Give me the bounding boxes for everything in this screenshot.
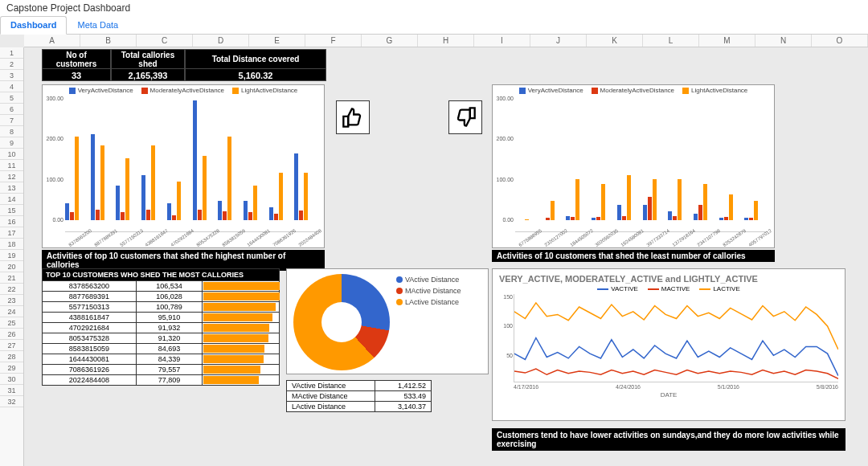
table-row[interactable]: 805347532891,320: [43, 333, 280, 344]
cell-label: MActive Distance: [287, 391, 375, 402]
col-header[interactable]: D: [193, 35, 249, 47]
x-tick-label: 4702921684: [170, 228, 195, 247]
row-header[interactable]: 27: [0, 340, 23, 351]
row-header[interactable]: 13: [0, 182, 23, 194]
bar: [525, 219, 529, 220]
x-tick-label: 8877689391: [93, 228, 118, 247]
row-header[interactable]: 31: [0, 385, 23, 396]
table-row[interactable]: 858381505984,693: [43, 344, 280, 354]
row-header[interactable]: 17: [0, 227, 23, 239]
chart-line-activity[interactable]: VERY_ACTIVE, MODERATELY_ACTIVE and LIGHT…: [492, 268, 845, 421]
table-row[interactable]: 164443008184,339: [43, 354, 280, 365]
row-header[interactable]: 5: [0, 92, 23, 104]
row-header[interactable]: 6: [0, 104, 23, 115]
sheet-canvas[interactable]: No of customers33Total callories shed2,1…: [24, 47, 868, 466]
col-header[interactable]: C: [137, 35, 193, 47]
kpi-row: No of customers33Total callories shed2,1…: [42, 49, 326, 81]
table-row[interactable]: 438816184795,910: [43, 313, 280, 323]
line-x-labels: 4/17/20164/24/20165/1/20165/8/2016: [514, 384, 838, 390]
cell-id: 8378563200: [43, 281, 137, 292]
cell-id: 4388161847: [43, 313, 137, 323]
row-header[interactable]: 11: [0, 160, 23, 171]
bar: [698, 205, 702, 220]
row-header[interactable]: 25: [0, 317, 23, 329]
chart-donut[interactable]: VActive DistanceMActive DistanceLActive …: [286, 268, 489, 374]
col-header[interactable]: A: [24, 35, 80, 47]
row-header[interactable]: 29: [0, 362, 23, 374]
kpi-value: 33: [43, 69, 110, 80]
col-header[interactable]: O: [812, 35, 868, 47]
col-header[interactable]: G: [362, 35, 418, 47]
row-header[interactable]: 23: [0, 295, 23, 306]
row-header[interactable]: 20: [0, 261, 23, 272]
legend-item: LACTIVE: [699, 285, 739, 292]
row-header[interactable]: 15: [0, 205, 23, 216]
bar: [575, 179, 579, 220]
col-header[interactable]: I: [474, 35, 530, 47]
row-header[interactable]: 30: [0, 374, 23, 385]
bar: [198, 210, 202, 220]
kpi-label: Total Distance covered: [186, 50, 326, 69]
table-row[interactable]: 8877689391106,028: [43, 292, 280, 302]
line-x-axis-label: DATE: [499, 391, 838, 399]
table-top10[interactable]: TOP 10 CUSTOMERS WHO SHED THE MOST CALLO…: [42, 268, 280, 386]
bar-group: 8877689391: [91, 134, 114, 220]
row-header[interactable]: 12: [0, 171, 23, 182]
bar: [648, 197, 652, 220]
kpi-label: No of customers: [43, 50, 110, 69]
table-row[interactable]: 708636192679,557: [43, 365, 280, 375]
row-header[interactable]: 26: [0, 329, 23, 340]
row-header[interactable]: 19: [0, 250, 23, 261]
row-header[interactable]: 10: [0, 149, 23, 160]
table-row[interactable]: 202248440877,809: [43, 375, 280, 386]
col-header[interactable]: M: [699, 35, 755, 47]
table-row[interactable]: 470292168491,932: [43, 323, 280, 333]
row-header[interactable]: 7: [0, 115, 23, 126]
col-header[interactable]: B: [80, 35, 137, 47]
row-header[interactable]: 16: [0, 216, 23, 227]
legend-item: VeryActiveDistance: [519, 87, 583, 94]
col-header[interactable]: F: [305, 35, 362, 47]
row-header[interactable]: 32: [0, 396, 23, 407]
bar-group: 7086361926: [269, 173, 293, 220]
row-header[interactable]: 18: [0, 239, 23, 250]
kpi-value: 2,165,393: [112, 69, 184, 80]
table-row[interactable]: 5577150313100,789: [43, 302, 280, 313]
cell-bar: [203, 281, 280, 292]
bar: [643, 205, 647, 220]
row-header[interactable]: 14: [0, 194, 23, 205]
col-header[interactable]: N: [755, 35, 812, 47]
row-header[interactable]: 4: [0, 81, 23, 92]
col-header[interactable]: E: [249, 35, 305, 47]
row-header[interactable]: 9: [0, 137, 23, 149]
bar-group: 8583815059: [218, 137, 241, 220]
row-header[interactable]: 22: [0, 284, 23, 295]
bar: [75, 137, 79, 220]
chart-top10-bars[interactable]: VeryActiveDistanceModeratelyActiveDistan…: [42, 84, 325, 248]
col-header[interactable]: J: [530, 35, 587, 47]
tab-meta-data[interactable]: Meta Data: [67, 16, 129, 34]
line-series: [514, 303, 838, 350]
col-header[interactable]: H: [418, 35, 474, 47]
row-header[interactable]: 21: [0, 272, 23, 284]
bar: [203, 156, 207, 220]
chart-legend: VeryActiveDistanceModeratelyActiveDistan…: [493, 85, 774, 96]
x-tick-label: 8053475328: [195, 228, 220, 247]
row-header[interactable]: 28: [0, 351, 23, 362]
bar: [70, 212, 74, 220]
row-header[interactable]: 24: [0, 306, 23, 317]
legend-item: LightActiveDistance: [682, 87, 747, 94]
col-header[interactable]: L: [643, 35, 699, 47]
row-header[interactable]: 3: [0, 70, 23, 81]
chart-least10-bars[interactable]: VeryActiveDistanceModeratelyActiveDistan…: [492, 84, 775, 248]
cell-cals: 84,693: [136, 344, 202, 354]
row-header[interactable]: 8: [0, 126, 23, 137]
bar-group: 1644430081: [244, 186, 267, 220]
table-row[interactable]: 8378563200106,534: [43, 281, 280, 292]
table-distance-stats[interactable]: VActive Distance1,412.52MActive Distance…: [286, 380, 432, 412]
row-header[interactable]: 1: [0, 47, 23, 59]
row-header[interactable]: 2: [0, 59, 23, 70]
col-header[interactable]: K: [587, 35, 643, 47]
table-row: VActive Distance1,412.52: [287, 381, 432, 391]
tab-dashboard[interactable]: Dashboard: [0, 16, 67, 35]
